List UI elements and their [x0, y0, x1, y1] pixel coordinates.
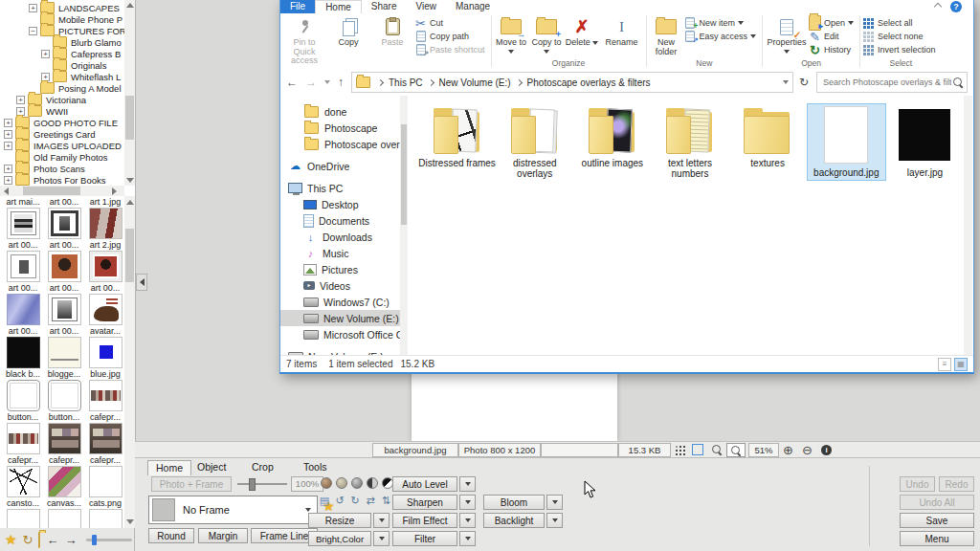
ribbon-button-paste[interactable]: Paste	[370, 15, 414, 49]
fullscreen-icon[interactable]	[690, 443, 704, 456]
thumbnail-image[interactable]	[48, 509, 81, 528]
ribbon-button-pin-to-quick-access[interactable]: Pin to Quick access	[282, 15, 326, 67]
ribbon-button-history[interactable]: ↻History	[809, 43, 858, 56]
ribbon-button-edit[interactable]: ✎Edit	[809, 30, 858, 43]
sharpen-button[interactable]: Sharpen	[392, 495, 457, 510]
filter-preset-spheres[interactable]	[321, 477, 394, 491]
search-input[interactable]	[821, 77, 953, 88]
thumbnail-image[interactable]	[48, 380, 81, 411]
margin-button[interactable]: Margin	[198, 528, 248, 543]
nav-item-documents[interactable]: Documents	[280, 212, 408, 229]
search-icon[interactable]	[953, 77, 963, 87]
bright-color-button[interactable]: Bright,Color	[308, 531, 371, 546]
thumbnail-image[interactable]	[89, 294, 122, 325]
forward-arrow-icon[interactable]: →	[64, 534, 77, 546]
tree-horizontal-scrollbar[interactable]	[0, 186, 124, 196]
file-tile-background-jpg[interactable]: background.jpg	[807, 103, 886, 181]
round-button[interactable]: Round	[148, 528, 194, 543]
tree-item-pictures-for[interactable]: −PICTURES FOR	[0, 25, 135, 36]
tree-item-whiteflash-l[interactable]: +Whiteflash L	[0, 71, 135, 82]
expand-plus-icon[interactable]: +	[4, 176, 12, 185]
nav-item-desktop[interactable]: Desktop	[280, 196, 408, 212]
ribbon-button-properties[interactable]: ✓Properties	[765, 15, 809, 57]
thumbnail-image[interactable]	[7, 423, 40, 454]
editor-tab-home[interactable]: Home	[147, 460, 191, 475]
breadcrumb-drive[interactable]: New Volume (E:)	[439, 77, 511, 88]
ribbon-button-open[interactable]: ▸Open	[809, 16, 858, 30]
editor-tab-tools[interactable]: Tools	[296, 460, 335, 474]
back-arrow-icon[interactable]: ←	[46, 534, 58, 546]
tree-item-victoriana[interactable]: +Victoriana	[0, 94, 135, 105]
slider-handle[interactable]	[92, 535, 97, 545]
ribbon-button-copy[interactable]: Copy	[326, 15, 370, 49]
slider-handle[interactable]	[249, 478, 256, 491]
tree-item-blurb-glamo[interactable]: Blurb Glamo	[0, 36, 135, 48]
tree-vertical-scrollbar[interactable]	[124, 0, 135, 186]
editor-tab-object[interactable]: Object	[189, 460, 234, 474]
ribbon-tab-share[interactable]: Share	[362, 0, 407, 13]
expand-plus-icon[interactable]: +	[4, 119, 12, 127]
breadcrumb[interactable]: This PC New Volume (E:) Photoscape overl…	[351, 72, 793, 93]
file-tile-distressed-overlays[interactable]: distressed overlays	[496, 103, 573, 182]
thumbnail-image[interactable]	[7, 337, 40, 368]
bloom-dropdown-arrow[interactable]	[546, 495, 563, 510]
tree-item-originals[interactable]: Originals	[0, 59, 135, 71]
nav-item-windows7-c[interactable]: Windows7 (C:)	[280, 294, 408, 310]
thumbnail-image[interactable]	[7, 509, 40, 528]
resize-button[interactable]: Resize	[308, 513, 371, 528]
list-item[interactable]: cafepr...	[3, 423, 43, 466]
flip-horizontal-icon[interactable]: ⇄	[365, 495, 376, 507]
ribbon-button-new-folder[interactable]: New folder	[649, 15, 684, 57]
thumbnail-image[interactable]	[48, 251, 81, 282]
thumbnail-image[interactable]	[89, 208, 122, 239]
sharpen-dropdown-arrow[interactable]	[459, 495, 476, 510]
ribbon-button-paste-shortcut[interactable]: ↗Paste shortcut	[414, 43, 489, 56]
resize-dropdown-arrow[interactable]	[373, 513, 390, 528]
list-item[interactable]: blogge...	[44, 337, 84, 380]
nav-item-pictures[interactable]: Pictures	[280, 261, 408, 277]
nav-item-done[interactable]: done	[280, 103, 408, 120]
zoom-in-icon[interactable]: ⊕	[781, 443, 795, 456]
list-item[interactable]	[3, 509, 43, 528]
thumbnail-size-slider[interactable]	[86, 539, 132, 541]
ribbon-button-cut[interactable]: ✂Cut	[414, 16, 489, 30]
thumbnail-image[interactable]	[48, 294, 81, 325]
list-item[interactable]: avatar...	[85, 294, 125, 337]
file-tile-distressed-frames[interactable]: Distressed frames	[418, 103, 496, 171]
list-item[interactable]: art 00...	[44, 251, 84, 294]
expand-plus-icon[interactable]: +	[29, 4, 37, 12]
filmstrip-scroll-thumb[interactable]	[125, 229, 134, 282]
preset-sphere-icon[interactable]	[351, 477, 363, 489]
open-folder-icon[interactable]	[38, 534, 40, 546]
bright-color-dropdown-arrow[interactable]	[373, 531, 390, 546]
list-item[interactable]	[44, 509, 84, 528]
ribbon-button-delete[interactable]: ✗Delete	[565, 15, 600, 49]
list-item[interactable]: canvas...	[44, 466, 84, 509]
list-item[interactable]: cafepr...	[44, 423, 84, 466]
thumbnail-image[interactable]	[48, 337, 81, 368]
expand-plus-icon[interactable]: +	[16, 96, 25, 104]
list-item[interactable]: cats.png	[85, 466, 125, 509]
back-arrow-icon[interactable]: ←	[286, 76, 298, 89]
thumbnail-image[interactable]	[89, 509, 122, 528]
thumbnail-image[interactable]	[7, 380, 40, 411]
zoom-fit-icon[interactable]	[709, 443, 724, 456]
scroll-down-icon[interactable]	[126, 178, 134, 183]
ribbon-tab-view[interactable]: View	[407, 0, 447, 13]
thumbnail-view-icon[interactable]: ▦	[954, 358, 968, 371]
nav-item-onedrive[interactable]: ☁OneDrive	[280, 158, 408, 174]
ribbon-button-copy-path[interactable]: Copy path	[414, 30, 489, 43]
editor-tab-crop[interactable]: Crop	[244, 460, 281, 474]
scroll-up-icon[interactable]	[126, 200, 134, 205]
list-item[interactable]: button...	[44, 380, 84, 423]
expand-plus-icon[interactable]: +	[4, 165, 12, 173]
tree-hscroll-thumb[interactable]	[23, 187, 80, 195]
thumbnail-image[interactable]	[7, 208, 40, 239]
thumbnail-image[interactable]	[48, 208, 81, 239]
tree-scroll-thumb[interactable]	[125, 96, 134, 140]
forward-arrow-icon[interactable]: →	[305, 76, 317, 89]
details-view-icon[interactable]: ≡	[938, 358, 951, 371]
filter-button[interactable]: Filter	[392, 531, 457, 546]
recent-locations-icon[interactable]	[324, 80, 330, 84]
preset-sphere-icon[interactable]	[367, 477, 378, 489]
